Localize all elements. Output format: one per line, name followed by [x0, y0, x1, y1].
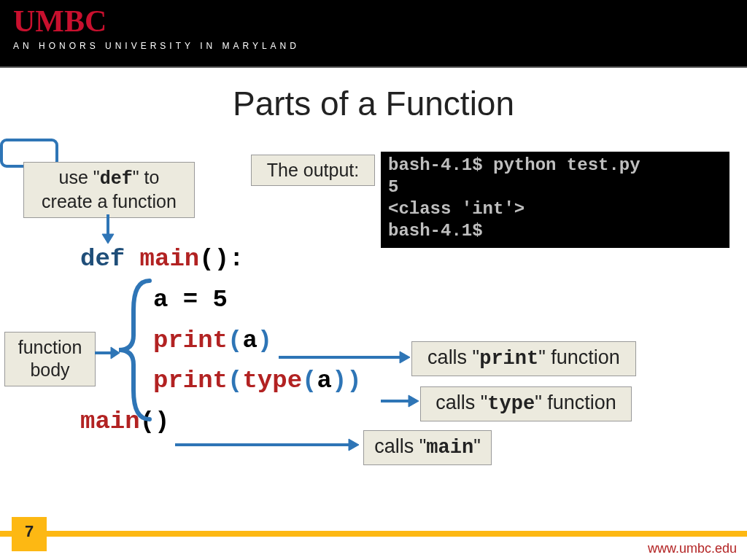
arrow-icon: [175, 436, 359, 454]
umbc-logo: UMBC: [13, 6, 734, 36]
text: calls ": [374, 435, 426, 457]
def-keyword: def: [100, 168, 133, 190]
paren: (: [228, 327, 242, 354]
paren: ): [258, 327, 272, 354]
kw-def: def: [80, 245, 125, 273]
text: create a function: [42, 191, 177, 211]
arrow-icon: [381, 392, 419, 410]
svg-marker-1: [111, 347, 120, 359]
main-fn: main: [426, 437, 473, 459]
footer-bar: www.umbc.edu: [0, 531, 747, 560]
var-a: a: [317, 367, 331, 394]
print-fn: print: [479, 348, 538, 370]
use-def-callout: use "def" to create a function: [23, 162, 195, 218]
text: " to: [133, 167, 160, 187]
fn-print: print: [153, 367, 228, 394]
arrow-icon: [279, 349, 410, 366]
tagline: AN HONORS UNIVERSITY IN MARYLAND: [13, 41, 734, 51]
svg-marker-3: [102, 234, 114, 244]
terminal-output: bash-4.1$ python test.py 5 <class 'int'>…: [381, 152, 729, 248]
calls-print-callout: calls "print" function: [411, 341, 636, 376]
text: calls ": [427, 346, 479, 368]
paren: ():: [199, 245, 244, 273]
type-fn: type: [487, 393, 535, 415]
arrow-icon: [99, 214, 117, 244]
brace-icon: [113, 277, 157, 423]
code-line-1: def main():: [80, 239, 362, 280]
fn-print: print: [153, 327, 228, 354]
svg-marker-7: [409, 395, 419, 407]
text: body: [30, 359, 69, 380]
fn-main: main: [125, 245, 199, 273]
assign: a = 5: [153, 280, 228, 321]
var-a: a: [242, 327, 257, 354]
slide-title: Parts of a Function: [0, 84, 747, 123]
text: calls ": [436, 392, 487, 413]
text: " function: [538, 346, 620, 368]
slide-body: use "def" to create a function The outpu…: [0, 139, 747, 510]
text: ": [473, 435, 481, 457]
fn-type: type: [242, 367, 302, 394]
paren: (: [228, 367, 242, 394]
text: function: [18, 337, 82, 357]
footer-url: www.umbc.edu: [648, 541, 737, 556]
paren: (: [302, 367, 317, 394]
arrow-icon: [95, 344, 120, 362]
calls-type-callout: calls "type" function: [420, 386, 632, 421]
output-label: The output:: [251, 155, 375, 186]
paren: )): [332, 367, 362, 394]
calls-main-callout: calls "main": [363, 430, 492, 465]
header-bar: UMBC AN HONORS UNIVERSITY IN MARYLAND: [0, 0, 747, 68]
text: " function: [535, 392, 616, 413]
svg-marker-9: [349, 439, 359, 451]
svg-marker-5: [400, 351, 410, 363]
text: use ": [59, 167, 100, 187]
page-number: 7: [12, 517, 47, 551]
